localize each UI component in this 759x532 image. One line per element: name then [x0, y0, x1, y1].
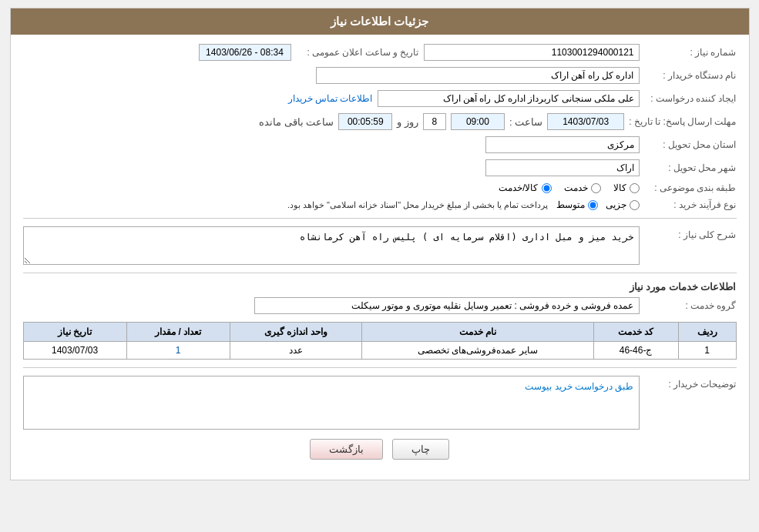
back-button[interactable]: بازگشت	[310, 439, 383, 460]
main-container: جزئیات اطلاعات نیاز شماره نیاز : تاریخ و…	[10, 8, 750, 480]
category-radio-group: کالا خدمت کالا/خدمت	[499, 182, 639, 193]
row-deadline: مهلت ارسال پاسخ: تا تاریخ : ساعت : روز و…	[23, 113, 737, 130]
row-need-number: شماره نیاز : تاریخ و ساعت اعلان عمومی :	[23, 44, 737, 61]
need-number-label: شماره نیاز :	[644, 47, 737, 58]
form-content: شماره نیاز : تاریخ و ساعت اعلان عمومی : …	[11, 35, 749, 480]
cell-rownum: 1	[678, 342, 736, 360]
page-header: جزئیات اطلاعات نیاز	[11, 8, 749, 35]
cell-need-date: 1403/07/03	[23, 342, 126, 360]
group-service-label: گروه خدمت :	[644, 300, 737, 311]
province-label: استان محل تحویل :	[644, 139, 737, 150]
category-kala: کالا	[613, 182, 640, 193]
col-rownum: ردیف	[678, 323, 736, 342]
purchase-type-label: نوع فرآیند خرید :	[644, 199, 737, 210]
deadline-days-label: روز و	[397, 116, 418, 128]
col-service-name: نام خدمت	[362, 323, 593, 342]
divider-3	[23, 367, 737, 368]
cell-quantity: 1	[126, 342, 230, 360]
announcement-date-input[interactable]	[199, 44, 291, 61]
category-khedmat: خدمت	[564, 182, 601, 193]
row-province: استان محل تحویل :	[23, 136, 737, 153]
station-label: نام دستگاه خریدار :	[644, 70, 737, 81]
category-kala-label: کالا	[613, 182, 626, 193]
cell-unit: عدد	[230, 342, 362, 360]
col-unit: واحد اندازه گیری	[230, 323, 362, 342]
deadline-time-label: ساعت :	[509, 116, 542, 128]
cell-service-name: سایر عمده‌فروشی‌های تخصصی	[362, 342, 593, 360]
row-station: نام دستگاه خریدار :	[23, 67, 737, 84]
services-table: ردیف کد خدمت نام خدمت واحد اندازه گیری ت…	[23, 322, 737, 360]
category-khedmat-label: خدمت	[564, 182, 588, 193]
purchase-note: پرداخت تمام یا بخشی از مبلغ خریدار محل "…	[287, 200, 549, 210]
station-input[interactable]	[316, 67, 640, 84]
deadline-date-input[interactable]	[547, 113, 624, 130]
print-button[interactable]: چاپ	[392, 439, 449, 460]
cell-service-code: ج-46-46	[593, 342, 678, 360]
creator-input[interactable]	[378, 90, 640, 107]
purchase-motavaset-label: متوسط	[556, 199, 585, 210]
province-input[interactable]	[485, 136, 640, 153]
category-kala-radio[interactable]	[630, 183, 640, 193]
row-buyer-desc: توضیحات خریدار : طبق درخواست خرید بیوست	[23, 376, 737, 430]
row-purchase-type: نوع فرآیند خرید : جزیی متوسط پرداخت تمام…	[23, 199, 737, 210]
category-kala-khedmat: کالا/خدمت	[499, 182, 551, 193]
deadline-remaining-label: ساعت باقی مانده	[259, 116, 334, 128]
group-service-input[interactable]	[254, 297, 640, 314]
city-input[interactable]	[485, 159, 640, 176]
col-need-date: تاریخ نیاز	[23, 323, 126, 342]
purchase-type-row: جزیی متوسط پرداخت تمام یا بخشی از مبلغ خ…	[287, 199, 640, 210]
need-desc-label: شرح کلی نیاز :	[644, 226, 737, 240]
need-desc-textarea[interactable]: خرید میز و مبل اداری (اقلام سرمایه ای ) …	[23, 226, 640, 265]
row-group-service: گروه خدمت :	[23, 297, 737, 314]
city-label: شهر محل تحویل :	[644, 162, 737, 173]
row-category: طبقه بندی موضوعی : کالا خدمت کالا/خدمت	[23, 182, 737, 193]
row-creator: ایجاد کننده درخواست : اطلاعات تماس خریدا…	[23, 90, 737, 107]
purchase-jozi: جزیی	[606, 199, 640, 210]
purchase-jozi-label: جزیی	[606, 199, 626, 210]
deadline-remaining-input[interactable]	[338, 113, 392, 130]
col-service-code: کد خدمت	[593, 323, 678, 342]
purchase-jozi-radio[interactable]	[630, 200, 640, 210]
divider-1	[23, 218, 737, 219]
row-need-desc: شرح کلی نیاز : خرید میز و مبل اداری (اقل…	[23, 226, 737, 265]
page-title: جزئیات اطلاعات نیاز	[331, 15, 428, 28]
deadline-time-input[interactable]	[451, 113, 505, 130]
announcement-label: تاریخ و ساعت اعلان عمومی :	[296, 47, 419, 58]
purchase-motavaset-radio[interactable]	[588, 200, 598, 210]
category-kala-khedmat-radio[interactable]	[542, 183, 552, 193]
purchase-motavaset: متوسط	[556, 199, 598, 210]
row-city: شهر محل تحویل :	[23, 159, 737, 176]
deadline-label: مهلت ارسال پاسخ: تا تاریخ :	[629, 116, 736, 127]
divider-2	[23, 273, 737, 273]
buyer-desc-label: توضیحات خریدار :	[644, 376, 737, 390]
bottom-buttons: چاپ بازگشت	[23, 439, 737, 470]
need-number-input[interactable]	[424, 44, 640, 61]
table-row: 1 ج-46-46 سایر عمده‌فروشی‌های تخصصی عدد …	[23, 342, 736, 360]
category-kala-khedmat-label: کالا/خدمت	[499, 182, 538, 193]
buyer-desc-textarea[interactable]: طبق درخواست خرید بیوست	[23, 376, 640, 430]
services-table-section: ردیف کد خدمت نام خدمت واحد اندازه گیری ت…	[23, 322, 737, 360]
creator-label: ایجاد کننده درخواست :	[644, 93, 737, 104]
category-khedmat-radio[interactable]	[591, 183, 601, 193]
table-header-row: ردیف کد خدمت نام خدمت واحد اندازه گیری ت…	[23, 323, 736, 342]
services-section-title: اطلاعات خدمات مورد نیاز	[23, 281, 737, 293]
category-label: طبقه بندی موضوعی :	[644, 182, 737, 193]
creator-link[interactable]: اطلاعات تماس خریدار	[288, 93, 373, 104]
col-quantity: تعداد / مقدار	[126, 323, 230, 342]
deadline-days-input[interactable]	[423, 113, 446, 130]
